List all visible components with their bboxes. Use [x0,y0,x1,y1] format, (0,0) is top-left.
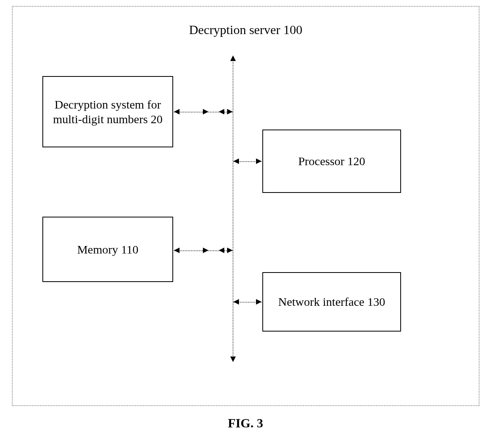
network-interface-box: Network interface 130 [262,272,401,332]
arrow-left-icon [174,248,180,253]
arrow-left-icon [174,109,180,114]
decryption-system-box: Decryption system for multi-digit number… [42,76,173,147]
server-container: Decryption server 100 Decryption system … [12,6,480,406]
processor-box: Processor 120 [262,130,401,193]
arrow-right-icon [256,158,262,164]
figure-label: FIG. 3 [0,416,491,431]
arrow-right-icon [256,299,262,305]
arrow-left-icon [219,248,224,253]
arrow-left-icon [233,299,239,305]
arrow-right-icon [227,248,233,253]
memory-label: Memory 110 [77,242,139,257]
diagram-title: Decryption server 100 [13,23,479,37]
arrow-right-icon [203,109,208,114]
decryption-system-label: Decryption system for multi-digit number… [47,97,168,127]
arrow-right-icon [203,248,208,253]
bus-arrow-up-icon [230,55,236,61]
bus-line [233,60,233,357]
arrow-left-icon [219,109,224,114]
arrow-left-icon [233,158,239,164]
arrow-right-icon [227,109,233,114]
network-interface-label: Network interface 130 [278,294,385,309]
bus-arrow-down-icon [230,356,236,362]
processor-label: Processor 120 [298,154,365,169]
memory-box: Memory 110 [42,217,173,282]
